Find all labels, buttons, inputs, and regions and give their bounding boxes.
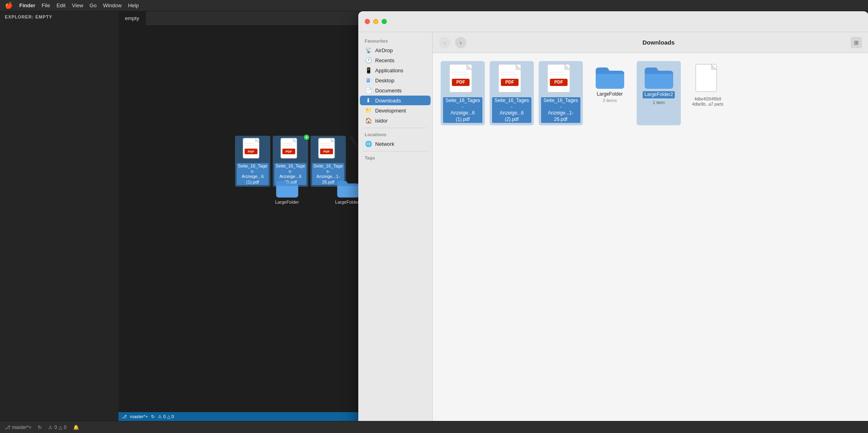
pdf-icon-1: PDF	[242, 137, 263, 161]
menu-edit[interactable]: Edit	[57, 2, 65, 8]
finder-blank-file[interactable]: 4dbe4f264f6b94dbe9b...a7.parts	[686, 61, 730, 125]
sidebar-item-isidor[interactable]: 🏠 isidor	[360, 116, 431, 125]
favourites-label: Favourites	[358, 37, 432, 45]
network-icon: 🌐	[365, 141, 372, 147]
development-icon: 📁	[365, 107, 372, 114]
view-grid-button[interactable]: ⊞	[851, 37, 862, 48]
menubar: 🍎 Finder File Edit View Go Window Help	[0, 0, 868, 11]
sidebar-item-airdrop[interactable]: 📡 AirDrop	[360, 45, 431, 55]
git-branch-name[interactable]: master*+	[130, 414, 148, 419]
finder-folder1-label: LargeFolder3 items	[597, 91, 623, 104]
warning-triangle: △	[59, 425, 62, 430]
git-status[interactable]: ⎇ master*+	[5, 425, 31, 430]
sidebar-separator-1	[363, 128, 427, 128]
error-status: ⚠ 0 △ 0	[48, 425, 66, 430]
menu-go[interactable]: Go	[90, 2, 96, 8]
desktop-icon: 🖥	[365, 77, 372, 84]
sync-icon[interactable]: ↻	[151, 414, 155, 419]
folder-icon-1	[276, 178, 299, 198]
finder-folder-icon-1	[595, 63, 625, 90]
sidebar-label-applications: Applications	[375, 67, 403, 74]
sidebar-label-recents: Recents	[375, 57, 394, 63]
drag-folder-2-label: LargeFolder2	[335, 200, 361, 205]
sidebar-item-documents[interactable]: 📄 Documents	[360, 86, 431, 95]
sync-status[interactable]: ↻	[38, 425, 42, 430]
folder-icon-2	[337, 178, 360, 198]
drag-folder-1: LargeFolder	[275, 178, 299, 205]
finder-file-pdf2[interactable]: PDF Seite_16_Tages-Anzeige...6 (2).pdf	[490, 61, 534, 125]
sidebar-item-desktop[interactable]: 🖥 Desktop	[360, 76, 431, 85]
airdrop-icon: 📡	[365, 47, 372, 53]
svg-text:PDF: PDF	[323, 150, 330, 153]
finder-pdf2-label: Seite_16_Tages-Anzeige...6 (2).pdf	[492, 97, 531, 123]
sidebar-item-downloads[interactable]: ⬇ Downloads	[360, 96, 431, 105]
finder-folder2-count: 1 item	[653, 100, 665, 105]
back-button[interactable]: ‹	[439, 37, 450, 48]
error-count: ⚠ 0 △ 0	[158, 414, 174, 419]
maximize-button[interactable]	[382, 19, 387, 24]
sidebar-label-desktop: Desktop	[375, 78, 394, 84]
finder-titlebar	[358, 11, 868, 32]
sidebar-label-downloads: Downloads	[375, 98, 401, 104]
sidebar-item-development[interactable]: 📁 Development	[360, 106, 431, 115]
git-icon: ⎇	[5, 425, 10, 430]
sidebar-item-network[interactable]: 🌐 Network	[360, 139, 431, 149]
finder-body: Favourites 📡 AirDrop 🕐 Recents 📱 Applica…	[358, 32, 868, 421]
finder-pdf-icon-1: PDF	[449, 63, 477, 96]
svg-text:PDF: PDF	[554, 80, 563, 84]
drag-pdf-1: PDF Seite_16_Tages-Anzeige...6 (1).pdf	[235, 136, 270, 187]
menu-finder[interactable]: Finder	[19, 2, 35, 8]
finder-window: Favourites 📡 AirDrop 🕐 Recents 📱 Applica…	[358, 11, 868, 421]
finder-pdf3-label: Seite_16_Tages-Anzeige...1-26.pdf	[541, 97, 580, 123]
error-count-bar: 0	[54, 425, 57, 430]
locations-label: Locations	[358, 131, 432, 139]
apple-menu[interactable]: 🍎	[5, 2, 13, 9]
branch-name: master*+	[12, 425, 31, 430]
finder-file-grid: PDF Seite_16_Tages-Anzeige...6 (1).pdf	[433, 53, 868, 421]
sidebar-item-applications[interactable]: 📱 Applications	[360, 65, 431, 75]
tags-label: Tags	[358, 154, 432, 162]
finder-folder2-label: LargeFolder2	[643, 91, 674, 98]
svg-text:PDF: PDF	[505, 80, 514, 84]
bell-status[interactable]: 🔔	[73, 425, 79, 430]
finder-folder2[interactable]: LargeFolder2 1 item	[637, 61, 681, 125]
warning-count-bar: 0	[64, 425, 67, 430]
finder-folder1[interactable]: LargeFolder3 items	[588, 61, 632, 125]
drag-pdf-1-label: Seite_16_Tages-Anzeige...6 (1).pdf	[237, 163, 269, 185]
statusbar: ⎇ master*+ ↻ ⚠ 0 △ 0 🔔	[0, 421, 868, 433]
vscode-panel: EXPLORER: EMPTY	[0, 11, 118, 421]
finder-sidebar: Favourites 📡 AirDrop 🕐 Recents 📱 Applica…	[358, 32, 433, 421]
finder-toolbar: ‹ › Downloads ⊞	[433, 32, 868, 53]
finder-file-pdf1[interactable]: PDF Seite_16_Tages-Anzeige...6 (1).pdf	[441, 61, 485, 125]
finder-folder-icon-2	[644, 63, 674, 90]
menu-view[interactable]: View	[72, 2, 83, 8]
finder-blank-label: 4dbe4f264f6b94dbe9b...a7.parts	[692, 96, 723, 107]
sidebar-separator-2	[363, 151, 427, 151]
forward-button[interactable]: ›	[455, 37, 466, 48]
sync-icon-bar: ↻	[38, 425, 42, 430]
sidebar-label-airdrop: AirDrop	[375, 47, 393, 53]
badge-plus: +	[303, 134, 310, 141]
close-button[interactable]	[365, 19, 370, 24]
isidor-icon: 🏠	[365, 117, 372, 124]
finder-window-title: Downloads	[471, 39, 846, 46]
sidebar-label-isidor: isidor	[375, 118, 388, 124]
bell-icon: 🔔	[73, 425, 79, 430]
svg-text:PDF: PDF	[286, 150, 292, 153]
finder-pdf1-label: Seite_16_Tages-Anzeige...6 (1).pdf	[443, 97, 482, 123]
sidebar-item-recents[interactable]: 🕐 Recents	[360, 55, 431, 65]
finder-blank-icon	[695, 63, 721, 95]
minimize-button[interactable]	[373, 19, 378, 24]
explorer-title: EXPLORER: EMPTY	[0, 11, 118, 22]
drag-folder-1-label: LargeFolder	[275, 200, 299, 205]
menu-help[interactable]: Help	[128, 2, 139, 8]
menu-window[interactable]: Window	[103, 2, 121, 8]
main-content: EXPLORER: EMPTY empty PDF	[0, 11, 868, 421]
finder-file-pdf3[interactable]: PDF Seite_16_Tages-Anzeige...1-26.pdf	[539, 61, 583, 125]
finder-main: ‹ › Downloads ⊞	[433, 32, 868, 421]
downloads-icon: ⬇	[365, 97, 372, 104]
finder-pdf-icon-3: PDF	[547, 63, 575, 96]
svg-text:PDF: PDF	[248, 150, 254, 153]
menu-file[interactable]: File	[42, 2, 50, 8]
recents-icon: 🕐	[365, 57, 372, 63]
